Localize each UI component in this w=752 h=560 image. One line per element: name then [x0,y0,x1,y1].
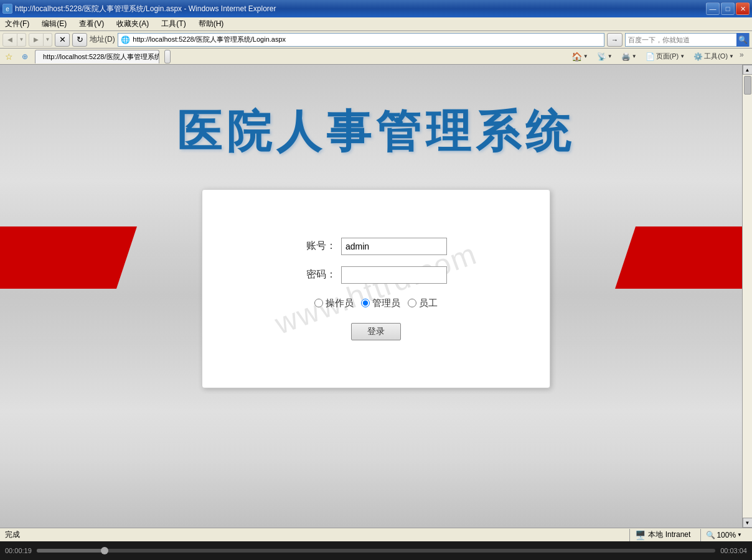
login-form: 账号： 密码： 操作员 [280,219,472,359]
account-row: 账号： [305,238,447,255]
rss-button[interactable]: 📡▼ [594,50,616,63]
zone-text: 本地 Intranet [648,530,690,540]
nav-forward-group: ► ▼ [29,33,52,47]
scroll-thumb[interactable] [744,76,751,95]
new-tab-button[interactable] [164,50,171,63]
status-text: 完成 [5,530,20,540]
scrollbar: ▲ ▼ [742,65,752,528]
video-bar: 00:00:19 00:03:04 [0,541,752,560]
account-input[interactable] [341,238,447,255]
more-button[interactable]: » [740,50,750,63]
browser-window: e http://localhost:5228/医院人事管理系统/Login.a… [0,0,752,560]
login-panel: www.httrd.com 账号： 密码： [202,189,550,388]
nav-back-group: ◄ ▼ [2,33,26,47]
login-button[interactable]: 登录 [351,323,401,340]
radio-operator-label: 操作员 [326,297,354,309]
page-button[interactable]: 📄 页面(P) ▼ [642,50,689,63]
scroll-down-arrow[interactable]: ▼ [743,518,753,528]
print-button[interactable]: 🖨️▼ [618,50,640,63]
radio-admin-label: 管理员 [372,297,400,309]
address-input[interactable] [133,36,601,44]
back-button[interactable]: ◄ [2,33,17,47]
webpage: 医院人事管理系统 www.httrd.com 账号： 密码： [0,65,752,528]
menu-help[interactable]: 帮助(H) [196,17,227,30]
zone-indicator: 🖥️ 本地 Intranet [629,529,695,541]
toolbar-right: 🏠▼ 📡▼ 🖨️▼ 📄 页面(P) ▼ ⚙️ 工具(O) ▼ » [568,50,750,63]
video-time-total: 00:03:04 [720,547,747,554]
password-input[interactable] [341,266,447,284]
radio-employee-input[interactable] [408,299,416,307]
password-label: 密码： [305,268,336,281]
radio-employee-label: 员工 [419,297,438,309]
zoom-dropdown-icon[interactable]: ▼ [737,532,742,538]
radio-employee-option[interactable]: 员工 [408,297,438,309]
search-button[interactable]: 🔍 [736,33,749,47]
browser-tab[interactable]: http://localhost:5228/医院人事管理系统/Lo... [35,50,159,63]
menu-file[interactable]: 文件(F) [2,17,32,30]
search-bar-container: 🔍 [625,33,750,47]
menu-tools[interactable]: 工具(T) [159,17,188,30]
role-radio-group: 操作员 管理员 员工 [314,297,438,309]
refresh-button[interactable]: ↻ [72,33,87,47]
tools-button[interactable]: ⚙️ 工具(O) ▼ [690,50,737,63]
ie-icon: e [2,4,12,14]
menu-bar: 文件(F) 编辑(E) 查看(V) 收藏夹(A) 工具(T) 帮助(H) [0,17,752,31]
favorites-star-icon[interactable]: ☆ [2,50,15,63]
account-label: 账号： [305,240,336,253]
red-right-band [615,226,752,289]
tools-button-label: 工具(O) [704,52,728,61]
radio-operator-input[interactable] [314,299,323,307]
menu-view[interactable]: 查看(V) [77,17,106,30]
password-row: 密码： [305,266,447,284]
stop-button[interactable]: ✕ [55,33,70,47]
forward-button[interactable]: ► [29,33,44,47]
system-title: 医院人事管理系统 [177,102,575,162]
home-toolbar-button[interactable]: 🏠▼ [568,50,591,63]
video-progress-played [37,549,105,553]
menu-edit[interactable]: 编辑(E) [39,17,69,30]
add-tab-icon[interactable]: ⊕ [19,50,31,63]
video-progress-bar[interactable] [37,549,715,553]
radio-admin-input[interactable] [361,299,370,307]
minimize-button[interactable]: — [706,2,720,15]
search-input[interactable] [626,36,736,44]
status-right: 🖥️ 本地 Intranet 🔍 100% ▼ [629,529,747,541]
maximize-button[interactable]: □ [721,2,735,15]
menu-favorites[interactable]: 收藏夹(A) [114,17,151,30]
address-bar-container: 🌐 [118,33,604,47]
forward-dropdown-button[interactable]: ▼ [44,33,52,47]
address-label: 地址(D) [90,34,115,45]
zoom-icon: 🔍 [706,531,715,539]
video-time-played: 00:00:19 [5,547,32,554]
page-content-area: 医院人事管理系统 www.httrd.com 账号： 密码： [0,65,752,528]
radio-operator-option[interactable]: 操作员 [314,297,354,309]
page-button-label: 页面(P) [656,52,679,61]
navigation-bar: ◄ ▼ ► ▼ ✕ ↻ 地址(D) 🌐 → 🔍 [0,31,752,49]
radio-admin-option[interactable]: 管理员 [361,297,400,309]
page-icon: 🌐 [121,35,131,45]
zoom-level: 100% [717,531,736,539]
zoom-control[interactable]: 🔍 100% ▼ [700,529,747,541]
window-controls: — □ ✕ [706,2,750,15]
status-left: 完成 [5,530,624,540]
zone-icon: 🖥️ [635,530,646,540]
red-left-band [0,226,137,289]
go-button[interactable]: → [607,33,623,47]
close-button[interactable]: ✕ [736,2,750,15]
status-bar: 完成 🖥️ 本地 Intranet 🔍 100% ▼ [0,528,752,541]
window-title: http://localhost:5228/医院人事管理系统/Login.asp… [15,4,276,14]
scroll-up-arrow[interactable]: ▲ [743,65,753,75]
back-dropdown-button[interactable]: ▼ [17,33,26,47]
title-bar-left: e http://localhost:5228/医院人事管理系统/Login.a… [2,4,276,14]
address-bar-wrapper: 地址(D) 🌐 → [90,33,623,47]
video-progress-thumb[interactable] [101,547,108,554]
toolbar-bar: ☆ ⊕ http://localhost:5228/医院人事管理系统/Lo...… [0,49,752,65]
title-bar: e http://localhost:5228/医院人事管理系统/Login.a… [0,0,752,17]
